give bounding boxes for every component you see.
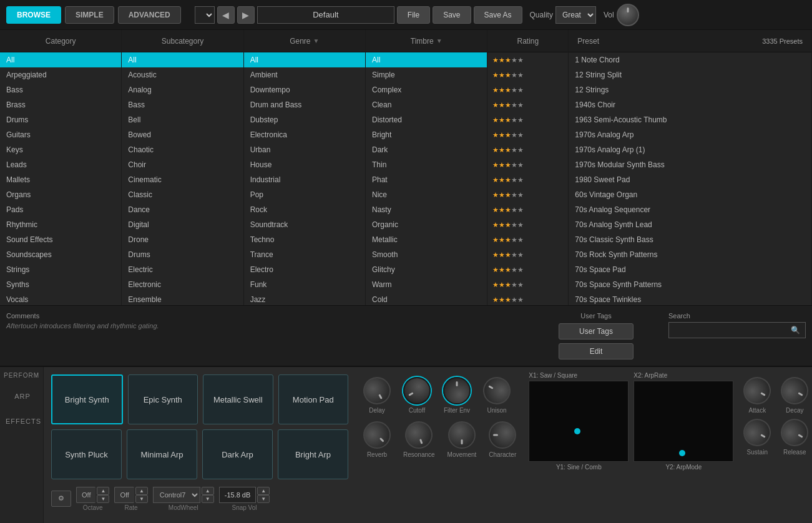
- list-item[interactable]: 1970s Modular Synth Bass: [569, 157, 811, 172]
- preset-name-field[interactable]: [257, 6, 394, 24]
- list-item[interactable]: Smooth: [366, 247, 487, 262]
- rating-item[interactable]: ★★★★★: [487, 157, 568, 172]
- list-item[interactable]: House: [244, 157, 365, 172]
- list-item[interactable]: 70s Space Twinkles: [569, 292, 811, 305]
- search-input[interactable]: [669, 323, 786, 338]
- snap-vol-up-btn[interactable]: ▲: [257, 487, 270, 495]
- list-item[interactable]: Strings: [0, 262, 121, 277]
- list-item[interactable]: Bell: [122, 112, 243, 127]
- save-btn[interactable]: Save: [433, 6, 471, 24]
- list-item[interactable]: Bowed: [122, 127, 243, 142]
- list-item[interactable]: 70s Analog Synth Lead: [569, 217, 811, 232]
- character-knob[interactable]: [489, 421, 516, 449]
- timbre-dropdown-icon[interactable]: ▼: [436, 37, 443, 44]
- list-item[interactable]: 1940s Choir: [569, 97, 811, 112]
- list-item[interactable]: 1 Note Chord: [569, 52, 811, 67]
- tab-arp[interactable]: ARP: [0, 384, 43, 409]
- list-item[interactable]: Pop: [244, 187, 365, 202]
- list-item[interactable]: All: [122, 52, 243, 67]
- list-item[interactable]: Simple: [366, 67, 487, 82]
- attack-knob[interactable]: [738, 372, 776, 409]
- list-item[interactable]: Jazz: [244, 292, 365, 305]
- list-item[interactable]: Glitchy: [366, 262, 487, 277]
- list-item[interactable]: Analog: [122, 82, 243, 97]
- genre-dropdown-icon[interactable]: ▼: [313, 37, 320, 44]
- edit-btn[interactable]: Edit: [559, 343, 633, 359]
- list-item[interactable]: Urban: [244, 142, 365, 157]
- list-item[interactable]: Leads: [0, 157, 121, 172]
- list-item[interactable]: Acoustic: [122, 67, 243, 82]
- list-item[interactable]: Mallets: [0, 172, 121, 187]
- list-item[interactable]: All: [366, 52, 487, 67]
- cutoff-knob[interactable]: [398, 372, 436, 409]
- list-item[interactable]: Nice: [366, 187, 487, 202]
- quality-select[interactable]: Great Good Ultra: [555, 6, 596, 24]
- list-item[interactable]: Bright: [366, 127, 487, 142]
- rate-up-btn[interactable]: ▲: [135, 487, 148, 495]
- list-item[interactable]: Thin: [366, 157, 487, 172]
- list-item[interactable]: 70s Space Synth Patterns: [569, 277, 811, 292]
- pad-epic-synth[interactable]: Epic Synth: [128, 374, 198, 424]
- list-item[interactable]: Soundtrack: [244, 217, 365, 232]
- list-item[interactable]: Soundscapes: [0, 247, 121, 262]
- pad-metallic-swell[interactable]: Metallic Swell: [203, 374, 273, 424]
- filter-env-knob[interactable]: [443, 377, 471, 404]
- rating-item[interactable]: ★★★★★: [487, 277, 568, 292]
- snap-vol-down-btn[interactable]: ▼: [257, 495, 270, 503]
- list-item[interactable]: 70s Space Pad: [569, 262, 811, 277]
- list-item[interactable]: Funk: [244, 277, 365, 292]
- list-item[interactable]: Drums: [122, 247, 243, 262]
- list-item[interactable]: Metallic: [366, 232, 487, 247]
- decay-knob[interactable]: [776, 372, 812, 409]
- list-item[interactable]: 70s Analog Sequencer: [569, 202, 811, 217]
- rating-item[interactable]: ★★★★★: [487, 292, 568, 305]
- list-item[interactable]: Techno: [244, 232, 365, 247]
- list-item[interactable]: All: [244, 52, 365, 67]
- list-item[interactable]: Vocals: [0, 292, 121, 305]
- rating-item[interactable]: ★★★★★: [487, 52, 568, 67]
- xy-pad-2[interactable]: [633, 381, 733, 462]
- reverb-knob[interactable]: [358, 416, 396, 454]
- search-icon[interactable]: 🔍: [786, 323, 805, 338]
- list-item[interactable]: Pads: [0, 202, 121, 217]
- rating-item[interactable]: ★★★★★: [487, 217, 568, 232]
- list-item[interactable]: Guitars: [0, 127, 121, 142]
- preset-list[interactable]: 1 Note Chord 12 String Split 12 Strings …: [569, 52, 811, 305]
- list-item[interactable]: Drum and Bass: [244, 97, 365, 112]
- rating-item[interactable]: ★★★★★: [487, 187, 568, 202]
- modwheel-up-btn[interactable]: ▲: [202, 487, 214, 495]
- list-item[interactable]: Rhythmic: [0, 217, 121, 232]
- list-item[interactable]: Choir: [122, 157, 243, 172]
- list-item[interactable]: Drone: [122, 232, 243, 247]
- list-item[interactable]: Complex: [366, 82, 487, 97]
- list-item[interactable]: Electronica: [244, 127, 365, 142]
- rating-item[interactable]: ★★★★★: [487, 112, 568, 127]
- list-item[interactable]: Bass: [122, 97, 243, 112]
- list-item[interactable]: Keys: [0, 142, 121, 157]
- list-item[interactable]: 12 Strings: [569, 82, 811, 97]
- release-knob[interactable]: [776, 414, 812, 451]
- list-item[interactable]: Dubstep: [244, 112, 365, 127]
- movement-knob[interactable]: [448, 421, 476, 449]
- list-item[interactable]: Ensemble: [122, 292, 243, 305]
- list-item[interactable]: Rock: [244, 202, 365, 217]
- rating-item[interactable]: ★★★★★: [487, 262, 568, 277]
- list-item[interactable]: Classic: [122, 187, 243, 202]
- gear-btn[interactable]: ⚙: [51, 491, 71, 507]
- category-list[interactable]: All Arpeggiated Bass Brass Drums Guitars…: [0, 52, 121, 305]
- list-item[interactable]: Drums: [0, 112, 121, 127]
- pad-minimal-arp[interactable]: Minimal Arp: [127, 429, 197, 479]
- subcategory-list[interactable]: All Acoustic Analog Bass Bell Bowed Chao…: [122, 52, 243, 305]
- genre-list[interactable]: All Ambient Downtempo Drum and Bass Dubs…: [244, 52, 365, 305]
- user-tags-btn[interactable]: User Tags: [559, 323, 633, 340]
- rating-item[interactable]: ★★★★★: [487, 82, 568, 97]
- list-item[interactable]: 1963 Semi-Acoustic Thumb: [569, 112, 811, 127]
- rating-item[interactable]: ★★★★★: [487, 172, 568, 187]
- list-item[interactable]: Downtempo: [244, 82, 365, 97]
- rating-item[interactable]: ★★★★★: [487, 67, 568, 82]
- list-item[interactable]: Trance: [244, 247, 365, 262]
- resonance-knob[interactable]: [401, 418, 436, 452]
- list-item[interactable]: 1970s Analog Arp (1): [569, 142, 811, 157]
- list-item[interactable]: 1970s Analog Arp: [569, 127, 811, 142]
- delay-knob[interactable]: [358, 372, 396, 409]
